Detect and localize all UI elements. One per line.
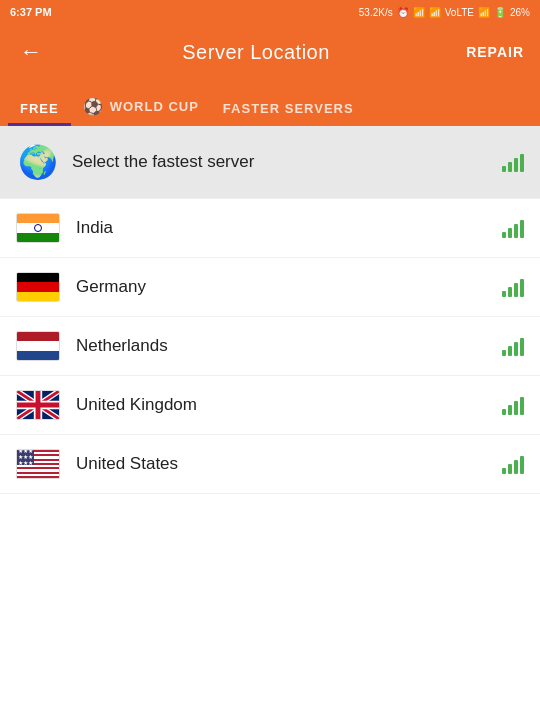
flag-us: ★★★★★★★★★ <box>16 449 60 479</box>
tab-faster-label: FASTER SERVERS <box>223 101 354 116</box>
status-time: 6:37 PM <box>10 6 52 18</box>
flag-india <box>16 213 60 243</box>
alarm-icon: ⏰ <box>397 7 409 18</box>
server-row-us[interactable]: ★★★★★★★★★ United States <box>0 435 540 494</box>
tab-free-label: FREE <box>20 101 59 116</box>
tab-bar: FREE ⚽ WORLD CUP FASTER SERVERS <box>0 80 540 126</box>
server-name-germany: Germany <box>76 277 502 297</box>
tab-free[interactable]: FREE <box>8 91 71 126</box>
globe-icon: 🌍 <box>16 140 60 184</box>
battery-icon: 🔋 <box>494 7 506 18</box>
wifi-icon: 📶 <box>413 7 425 18</box>
signal2-icon: 📶 <box>478 7 490 18</box>
tab-worldcup[interactable]: ⚽ WORLD CUP <box>71 87 211 126</box>
signal-bars-us <box>502 454 524 474</box>
server-name-fastest: Select the fastest server <box>72 152 502 172</box>
status-bar: 6:37 PM 53.2K/s ⏰ 📶 📶 VoLTE 📶 🔋 26% <box>0 0 540 24</box>
repair-button[interactable]: REPAIR <box>466 44 524 60</box>
status-speed: 53.2K/s <box>359 7 393 18</box>
signal-bars-uk <box>502 395 524 415</box>
server-name-us: United States <box>76 454 502 474</box>
flag-germany <box>16 272 60 302</box>
server-row-uk[interactable]: United Kingdom <box>0 376 540 435</box>
soccer-icon: ⚽ <box>83 97 104 116</box>
signal-bars-fastest <box>502 152 524 172</box>
server-name-india: India <box>76 218 502 238</box>
server-row-india[interactable]: India <box>0 199 540 258</box>
server-list: 🌍 Select the fastest server India <box>0 126 540 494</box>
flag-uk <box>16 390 60 420</box>
flag-netherlands <box>16 331 60 361</box>
signal-bars-netherlands <box>502 336 524 356</box>
tab-faster[interactable]: FASTER SERVERS <box>211 91 366 126</box>
volte-label: VoLTE <box>445 7 474 18</box>
app-header: ← Server Location REPAIR <box>0 24 540 80</box>
page-title: Server Location <box>182 41 330 64</box>
battery-percent: 26% <box>510 7 530 18</box>
signal-icon: 📶 <box>429 7 441 18</box>
back-button[interactable]: ← <box>16 35 46 69</box>
signal-bars-india <box>502 218 524 238</box>
server-name-netherlands: Netherlands <box>76 336 502 356</box>
server-row-fastest[interactable]: 🌍 Select the fastest server <box>0 126 540 199</box>
server-name-uk: United Kingdom <box>76 395 502 415</box>
server-row-netherlands[interactable]: Netherlands <box>0 317 540 376</box>
server-row-germany[interactable]: Germany <box>0 258 540 317</box>
status-right: 53.2K/s ⏰ 📶 📶 VoLTE 📶 🔋 26% <box>359 7 530 18</box>
tab-worldcup-label: WORLD CUP <box>110 99 199 114</box>
signal-bars-germany <box>502 277 524 297</box>
